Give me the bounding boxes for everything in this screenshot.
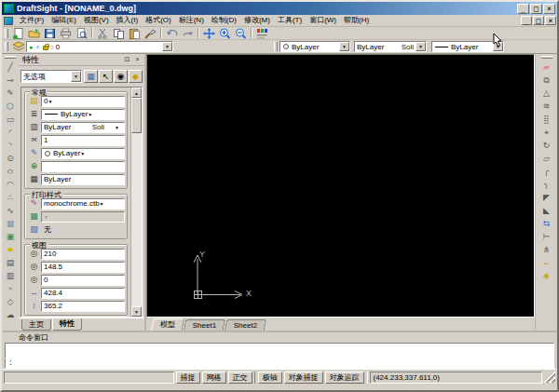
lineweight-field[interactable]: ByLayer▼: [41, 109, 125, 120]
toolbar-grip[interactable]: [274, 42, 278, 51]
trim-icon[interactable]: ⇆: [539, 217, 554, 230]
save-icon[interactable]: [42, 27, 58, 39]
print-icon[interactable]: [58, 27, 74, 39]
etrack-toggle[interactable]: 对象追踪: [325, 372, 364, 384]
scroll-up-icon[interactable]: ▲: [131, 88, 142, 98]
block-icon[interactable]: ▤: [3, 256, 18, 269]
point-icon[interactable]: ∴: [3, 191, 18, 204]
menu-insert[interactable]: 插入(I): [113, 15, 143, 26]
command-input[interactable]: :: [5, 358, 554, 369]
arc-center-icon[interactable]: ◝: [3, 139, 18, 152]
chevron-down-icon[interactable]: ▼: [71, 71, 81, 82]
ellipse-icon[interactable]: ○: [2, 165, 19, 178]
arc-icon[interactable]: ◜: [3, 126, 18, 139]
hyperlink-field[interactable]: [41, 161, 125, 172]
chevron-down-icon[interactable]: ▼: [339, 42, 349, 51]
circle-icon[interactable]: ⊙: [3, 152, 18, 165]
menu-window[interactable]: 窗口(W): [306, 15, 340, 26]
layer-field[interactable]: 0▼: [41, 96, 125, 107]
snap-toggle[interactable]: 捕捉: [176, 372, 200, 384]
rectangle-icon[interactable]: ▭: [3, 113, 18, 126]
esnap-toggle[interactable]: 对象捕捉: [284, 372, 323, 384]
image-icon[interactable]: ▥: [3, 269, 18, 282]
linescale-field[interactable]: 1: [41, 135, 125, 146]
spline-icon[interactable]: ∿: [3, 204, 18, 217]
chevron-down-icon[interactable]: ▼: [115, 125, 124, 130]
new-icon[interactable]: [10, 27, 26, 39]
menu-edit[interactable]: 编辑(E): [48, 15, 80, 26]
quick-select-icon[interactable]: ◉: [114, 70, 128, 83]
offset-icon[interactable]: ≋: [539, 100, 554, 113]
command-history[interactable]: [5, 343, 554, 358]
maximize-button[interactable]: □: [530, 4, 542, 14]
cut-icon[interactable]: [95, 27, 111, 39]
drawing-canvas[interactable]: Y X: [146, 54, 535, 318]
undo-icon[interactable]: [164, 27, 180, 39]
tab-sheet1[interactable]: Sheet1: [184, 319, 226, 331]
paste-icon[interactable]: [127, 27, 143, 39]
scroll-thumb[interactable]: [131, 98, 142, 133]
palette-close-icon[interactable]: ×: [132, 55, 143, 64]
menu-view[interactable]: 视图(V): [80, 15, 113, 26]
region-icon[interactable]: ▣: [3, 230, 18, 243]
menu-draw[interactable]: 绘制(D): [208, 15, 240, 26]
chevron-down-icon[interactable]: ▼: [493, 42, 503, 51]
boundary-icon[interactable]: ▫: [3, 282, 18, 295]
weld-icon[interactable]: ⌣: [539, 256, 554, 269]
polygon-edit-icon[interactable]: ◇: [3, 295, 18, 308]
menu-dimension[interactable]: 标注(N): [175, 15, 208, 26]
erase-icon[interactable]: ▰: [539, 61, 554, 74]
ellipse-arc-icon[interactable]: ◠: [3, 178, 18, 191]
mdi-restore-button[interactable]: □: [533, 16, 544, 25]
extend-icon[interactable]: ⊢: [539, 230, 554, 243]
chevron-down-icon[interactable]: ▼: [100, 201, 109, 207]
rotate-icon[interactable]: ↻: [539, 139, 554, 152]
line-color-combo[interactable]: ByLayer ▼: [280, 41, 350, 52]
zoom-in-icon[interactable]: [217, 27, 233, 39]
select-matching-icon[interactable]: ▦: [84, 70, 98, 83]
fillet-2-icon[interactable]: ╮: [539, 178, 554, 191]
copy-icon[interactable]: [111, 27, 127, 39]
toolbar-grip[interactable]: [541, 56, 552, 59]
linecolor-field[interactable]: ByLayer▼: [41, 148, 125, 159]
transparency-field[interactable]: ByLayer: [41, 174, 125, 185]
redo-icon[interactable]: [180, 27, 196, 39]
menu-file[interactable]: 文件(F): [16, 15, 48, 26]
construction-line-icon[interactable]: ⊸: [3, 74, 18, 87]
chamfer-icon[interactable]: ◤: [539, 191, 554, 204]
chevron-down-icon[interactable]: ▼: [416, 42, 426, 51]
zoom-out-icon[interactable]: [233, 27, 249, 39]
linestyle-field[interactable]: ByLayerSoli▼: [41, 122, 125, 133]
pan-icon[interactable]: [201, 27, 217, 39]
tab-model[interactable]: 模型: [151, 318, 185, 331]
entity-colors-icon[interactable]: [254, 27, 270, 39]
menu-modify[interactable]: 修改(M): [240, 15, 274, 26]
resize-grip[interactable]: [544, 372, 555, 383]
close-button[interactable]: ×: [543, 4, 555, 14]
chevron-down-icon[interactable]: ▼: [80, 151, 89, 156]
scroll-down-icon[interactable]: ▼: [131, 306, 142, 317]
chevron-down-icon[interactable]: ▼: [48, 99, 57, 104]
toolbar-grip[interactable]: [5, 56, 16, 59]
mdi-close-button[interactable]: ×: [545, 16, 556, 25]
chevron-down-icon[interactable]: ▼: [88, 112, 97, 117]
toolbar-grip[interactable]: [5, 29, 8, 38]
copy-entity-icon[interactable]: ⧉: [539, 74, 554, 87]
tab-sheet2[interactable]: Sheet2: [225, 319, 267, 331]
ortho-toggle[interactable]: 正交: [228, 372, 252, 384]
print-style-field[interactable]: monochrome.ctb▼: [41, 198, 125, 210]
layers-manager-icon[interactable]: [10, 41, 26, 53]
move-icon[interactable]: ⌖: [539, 126, 554, 139]
tab-home[interactable]: 主页: [21, 319, 51, 331]
polyline-icon[interactable]: ✎: [3, 87, 18, 100]
select-entities-icon[interactable]: ↖: [99, 70, 113, 83]
chevron-down-icon[interactable]: ▼: [162, 42, 172, 51]
hatch-icon[interactable]: ▦: [3, 217, 18, 230]
solid-icon[interactable]: ●: [2, 243, 19, 256]
split-icon[interactable]: ⋔: [539, 243, 554, 256]
selection-combo[interactable]: 无选项 ▼: [20, 70, 82, 83]
line-weight-combo[interactable]: ByLayer ▼: [431, 41, 504, 52]
grid-toggle[interactable]: 网格: [202, 372, 226, 384]
menu-tools[interactable]: 工具(T): [274, 15, 306, 26]
revision-cloud-icon[interactable]: ☁: [3, 308, 18, 321]
